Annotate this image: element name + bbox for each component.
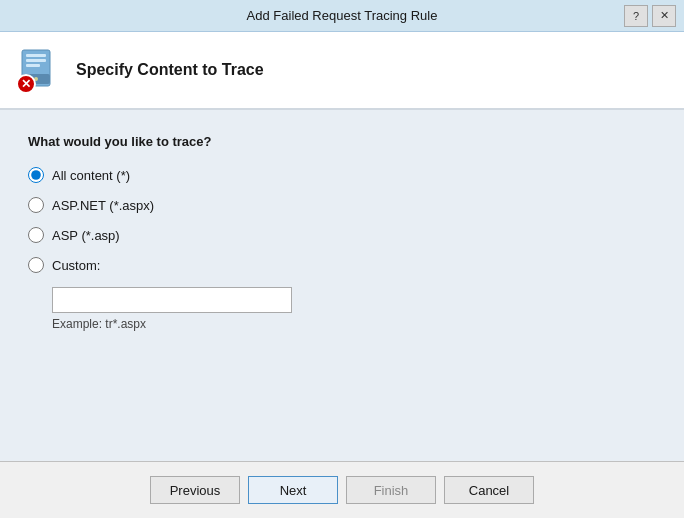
title-bar-buttons: ? ✕ bbox=[624, 5, 676, 27]
dialog-footer: Previous Next Finish Cancel bbox=[0, 461, 684, 518]
dialog-container: ✕ Specify Content to Trace What would yo… bbox=[0, 32, 684, 518]
custom-input-group: Example: tr*.aspx bbox=[52, 287, 656, 331]
radio-aspnet[interactable] bbox=[28, 197, 44, 213]
radio-group: All content (*) ASP.NET (*.aspx) ASP (*.… bbox=[28, 167, 656, 331]
title-bar: Add Failed Request Tracing Rule ? ✕ bbox=[0, 0, 684, 32]
cancel-button[interactable]: Cancel bbox=[444, 476, 534, 504]
svg-rect-1 bbox=[26, 54, 46, 57]
previous-button[interactable]: Previous bbox=[150, 476, 240, 504]
svg-rect-2 bbox=[26, 59, 46, 62]
radio-custom-label: Custom: bbox=[52, 258, 100, 273]
trace-question: What would you like to trace? bbox=[28, 134, 656, 149]
radio-aspnet-label: ASP.NET (*.aspx) bbox=[52, 198, 154, 213]
dialog-title: Add Failed Request Tracing Rule bbox=[60, 8, 624, 23]
help-button[interactable]: ? bbox=[624, 5, 648, 27]
finish-button[interactable]: Finish bbox=[346, 476, 436, 504]
close-button[interactable]: ✕ bbox=[652, 5, 676, 27]
radio-asp-label: ASP (*.asp) bbox=[52, 228, 120, 243]
svg-rect-3 bbox=[26, 64, 40, 67]
dialog-header: ✕ Specify Content to Trace bbox=[0, 32, 684, 110]
radio-item-aspnet[interactable]: ASP.NET (*.aspx) bbox=[28, 197, 656, 213]
dialog-body: What would you like to trace? All conten… bbox=[0, 110, 684, 461]
radio-item-all[interactable]: All content (*) bbox=[28, 167, 656, 183]
custom-pattern-input[interactable] bbox=[52, 287, 292, 313]
custom-example-text: Example: tr*.aspx bbox=[52, 317, 656, 331]
radio-asp[interactable] bbox=[28, 227, 44, 243]
header-title: Specify Content to Trace bbox=[76, 61, 264, 79]
radio-item-custom[interactable]: Custom: bbox=[28, 257, 656, 273]
error-badge: ✕ bbox=[16, 74, 36, 94]
radio-all-content[interactable] bbox=[28, 167, 44, 183]
radio-item-asp[interactable]: ASP (*.asp) bbox=[28, 227, 656, 243]
header-icon-container: ✕ bbox=[16, 46, 64, 94]
radio-custom[interactable] bbox=[28, 257, 44, 273]
radio-all-content-label: All content (*) bbox=[52, 168, 130, 183]
next-button[interactable]: Next bbox=[248, 476, 338, 504]
